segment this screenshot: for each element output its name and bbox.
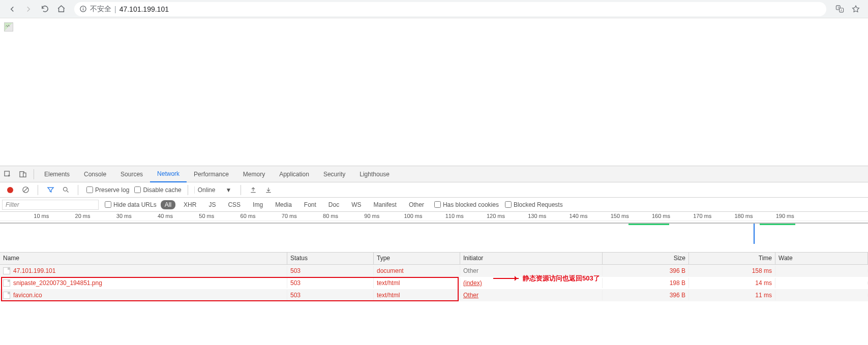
- filter-type-css[interactable]: CSS: [224, 200, 245, 209]
- filter-type-js[interactable]: JS: [204, 200, 220, 209]
- svg-text:文: 文: [837, 6, 840, 9]
- tab-application[interactable]: Application: [272, 166, 316, 182]
- column-type[interactable]: Type: [374, 253, 460, 264]
- timeline-tick: 180 ms: [734, 213, 753, 219]
- timeline-tick: 10 ms: [34, 213, 49, 219]
- security-label: 不安全: [90, 5, 111, 14]
- timeline-tick: 160 ms: [652, 213, 670, 219]
- tab-network[interactable]: Network: [150, 166, 187, 182]
- file-icon: [3, 292, 10, 299]
- timeline-tick: 120 ms: [487, 213, 505, 219]
- column-status[interactable]: Status: [287, 253, 374, 264]
- reload-button[interactable]: [37, 1, 53, 17]
- timeline-tick: 30 ms: [116, 213, 132, 219]
- tab-elements[interactable]: Elements: [37, 166, 77, 182]
- network-table: Name Status Type Initiator Size Time Wat…: [0, 253, 868, 301]
- timeline-tick: 110 ms: [445, 213, 464, 219]
- throttling-select[interactable]: Online ▼: [194, 186, 235, 194]
- table-row[interactable]: favicon.ico503text/htmlOther396 B11 ms: [0, 289, 868, 301]
- tab-security[interactable]: Security: [316, 166, 352, 182]
- bookmark-star-icon[interactable]: [848, 1, 864, 17]
- filter-type-font[interactable]: Font: [300, 200, 320, 209]
- toolbar-divider: [38, 185, 38, 195]
- filter-type-ws[interactable]: WS: [347, 200, 365, 209]
- clear-button[interactable]: [19, 184, 32, 196]
- tab-lighthouse[interactable]: Lighthouse: [352, 166, 397, 182]
- network-toolbar: Preserve log Disable cache Online ▼: [0, 182, 868, 198]
- tab-divider: [34, 169, 34, 179]
- svg-point-12: [63, 187, 67, 192]
- tab-performance[interactable]: Performance: [187, 166, 236, 182]
- device-toolbar-icon[interactable]: [15, 167, 31, 182]
- upload-har-icon[interactable]: [247, 184, 259, 196]
- svg-point-2: [83, 7, 84, 8]
- timeline-tick: 150 ms: [611, 213, 629, 219]
- timeline-marker: [754, 224, 755, 244]
- timeline-tick: 190 ms: [776, 213, 794, 219]
- inspect-element-icon[interactable]: [0, 167, 15, 182]
- svg-line-11: [23, 188, 27, 192]
- hide-data-urls-checkbox[interactable]: Hide data URLs: [105, 201, 157, 208]
- filter-type-doc[interactable]: Doc: [324, 200, 343, 209]
- address-url: 47.101.199.101: [119, 5, 169, 13]
- svg-rect-9: [23, 173, 26, 177]
- info-icon: [79, 5, 87, 13]
- timeline-tick: 50 ms: [199, 213, 214, 219]
- filter-type-media[interactable]: Media: [271, 200, 296, 209]
- preserve-log-checkbox[interactable]: Preserve log: [86, 186, 129, 194]
- address-divider: |: [114, 5, 116, 13]
- translate-icon[interactable]: 文A: [831, 1, 848, 17]
- has-blocked-cookies-checkbox[interactable]: Has blocked cookies: [434, 201, 499, 208]
- timeline-bar: [0, 223, 868, 224]
- toolbar-divider: [241, 185, 241, 195]
- filter-type-other[interactable]: Other: [405, 200, 428, 209]
- devtools-panel: Elements Console Sources Network Perform…: [0, 166, 868, 301]
- timeline-tick: 130 ms: [528, 213, 546, 219]
- timeline-tick: 90 ms: [364, 213, 379, 219]
- tab-sources[interactable]: Sources: [113, 166, 150, 182]
- table-row[interactable]: 47.101.199.101503documentOther396 B158 m…: [0, 265, 868, 277]
- toolbar-divider: [188, 185, 188, 195]
- address-bar[interactable]: 不安全 | 47.101.199.101: [74, 2, 826, 16]
- table-body: 47.101.199.101503documentOther396 B158 m…: [0, 265, 868, 301]
- file-icon: [3, 279, 10, 287]
- filter-type-manifest[interactable]: Manifest: [370, 200, 401, 209]
- forward-button[interactable]: [20, 1, 37, 17]
- timeline-tick: 140 ms: [569, 213, 587, 219]
- filter-type-img[interactable]: Img: [249, 200, 267, 209]
- network-timeline[interactable]: 10 ms20 ms30 ms40 ms50 ms60 ms70 ms80 ms…: [0, 212, 868, 253]
- timeline-tick: 80 ms: [323, 213, 338, 219]
- timeline-ruler: 10 ms20 ms30 ms40 ms50 ms60 ms70 ms80 ms…: [0, 212, 868, 221]
- network-filter-bar: Filter Hide data URLs All XHR JS CSS Img…: [0, 198, 868, 212]
- tab-console[interactable]: Console: [77, 166, 113, 182]
- filter-type-xhr[interactable]: XHR: [179, 200, 200, 209]
- column-size[interactable]: Size: [603, 253, 689, 264]
- column-waterfall[interactable]: Wate: [775, 253, 868, 264]
- column-name[interactable]: Name: [0, 253, 287, 264]
- timeline-tick: 60 ms: [241, 213, 256, 219]
- filter-toggle-icon[interactable]: [44, 184, 56, 196]
- toolbar-divider: [78, 185, 78, 195]
- tab-memory[interactable]: Memory: [236, 166, 272, 182]
- column-initiator[interactable]: Initiator: [460, 253, 603, 264]
- table-header: Name Status Type Initiator Size Time Wat…: [0, 253, 868, 265]
- timeline-tick: 170 ms: [693, 213, 711, 219]
- download-har-icon[interactable]: [262, 184, 275, 196]
- file-icon: [3, 267, 10, 274]
- timeline-body: [0, 221, 868, 253]
- column-time[interactable]: Time: [689, 253, 775, 264]
- table-row[interactable]: snipaste_20200730_194851.png503text/html…: [0, 277, 868, 289]
- timeline-tick: 40 ms: [158, 213, 173, 219]
- timeline-tick: 70 ms: [282, 213, 297, 219]
- back-button[interactable]: [4, 1, 20, 17]
- svg-line-13: [67, 191, 68, 192]
- blocked-requests-checkbox[interactable]: Blocked Requests: [505, 201, 563, 208]
- browser-toolbar: 不安全 | 47.101.199.101 文A: [0, 0, 868, 18]
- filter-type-all[interactable]: All: [161, 200, 175, 209]
- home-button[interactable]: [53, 1, 69, 17]
- disable-cache-checkbox[interactable]: Disable cache: [134, 186, 181, 194]
- filter-input[interactable]: Filter: [2, 200, 99, 210]
- timeline-segment: [760, 224, 795, 225]
- search-icon[interactable]: [59, 184, 72, 196]
- record-button[interactable]: [4, 184, 16, 196]
